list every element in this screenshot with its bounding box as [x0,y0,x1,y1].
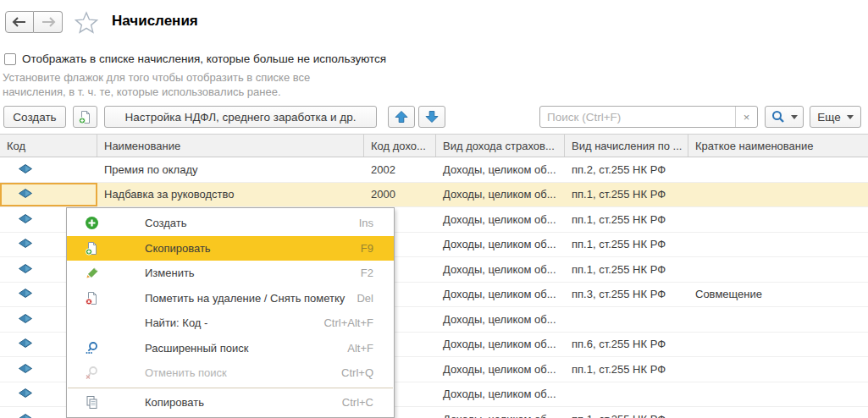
short-name-cell [688,307,868,332]
adv-search-icon [84,340,99,355]
create-button[interactable]: Создать [3,106,66,128]
copy-new-icon [78,110,92,124]
menu-item-shortcut: Alt+F [347,342,373,355]
copy-new-icon [84,240,99,256]
menu-separator [68,388,393,388]
accrual-type-cell: пп.1, ст.255 НК РФ [565,183,688,207]
context-menu-item[interactable]: Создать Ins [67,211,394,236]
item-diamond-icon [19,188,32,201]
accrual-type-cell: пп.3, ст.255 НК РФ [565,283,688,307]
filter-hint-line1: Установите флажок для того чтобы отобраз… [3,71,310,84]
context-menu-item[interactable]: Копировать Ctrl+C [67,390,394,415]
copy-item-button[interactable] [73,106,97,128]
chevron-down-icon [791,115,798,119]
move-down-button[interactable] [418,106,445,128]
no-icon [84,316,99,331]
menu-item-shortcut: Ctrl+Alt+F [323,316,373,329]
menu-item-label: Скопировать [145,242,361,255]
table-row[interactable]: Надбавка за руководство 2000 Доходы, цел… [0,183,868,208]
item-diamond-icon [19,263,32,276]
menu-item-shortcut: F9 [361,242,373,255]
insurance-income-type-cell: Доходы, целиком об... [436,407,565,418]
filter-hint-line2: начисления, в т. ч. те, которые использо… [3,85,281,98]
insurance-income-type-cell: Доходы, целиком об... [436,233,565,257]
short-name-cell [688,207,868,232]
menu-item-shortcut: Ctrl+Q [341,366,373,379]
accrual-type-cell: пп.1, ст.255 НК РФ [565,257,688,282]
column-header-name[interactable]: Наименование [97,135,364,157]
short-name-cell [688,157,868,182]
search-menu-button[interactable] [765,106,804,128]
menu-item-label: Найти: Код - [145,316,323,329]
menu-item-shortcut: Del [357,292,373,305]
insurance-income-type-cell: Доходы, целиком об... [436,357,565,382]
history-nav [5,11,63,33]
clipboard-copy-icon [84,394,99,410]
more-button-label: Еще [817,111,840,124]
item-diamond-icon [19,413,32,418]
item-diamond-icon [19,388,32,400]
accrual-type-cell [565,382,688,407]
accrual-type-cell: пп.1, ст.255 НК РФ [565,233,688,257]
show-unused-checkbox-label[interactable]: Отображать в списке начисления, которые … [22,52,386,65]
short-name-cell [688,233,868,257]
menu-item-shortcut: Ins [359,217,373,229]
column-header-income-code[interactable]: Код дохо... [364,135,436,157]
context-menu-item[interactable]: Найти: Код - Ctrl+Alt+F [67,311,394,336]
arrow-down-icon [425,110,439,124]
insurance-income-type-cell: Доходы, целиком об... [436,333,565,357]
item-diamond-icon [19,238,32,250]
search-clear-button[interactable]: × [735,107,757,127]
name-cell: Премия по окладу [97,157,364,182]
show-unused-checkbox[interactable] [4,53,16,65]
column-header-short-name[interactable]: Краткое наименование [688,135,868,157]
code-cell [0,183,97,207]
short-name-cell [688,183,868,207]
short-name-cell [688,407,868,418]
name-cell: Надбавка за руководство [97,183,364,207]
context-menu-item[interactable]: Изменить F2 [67,261,394,286]
income-code-cell: 2000 [364,183,436,207]
code-cell [0,157,97,182]
item-diamond-icon [19,338,32,350]
column-header-accrual-type[interactable]: Вид начисления по ... [565,135,688,157]
favorite-star-icon[interactable] [75,11,98,37]
move-up-button[interactable] [388,106,415,128]
context-menu-item[interactable]: Пометить на удаление / Снять пометку Del [67,286,394,311]
context-menu-item[interactable]: Скопировать F9 [67,236,394,261]
insurance-income-type-cell: Доходы, целиком об... [436,207,565,232]
add-icon [84,216,99,231]
accrual-type-cell: пп.1, ст.255 НК РФ [565,407,688,418]
cancel-search-icon [84,366,99,381]
column-header-insurance-income-type[interactable]: Вид дохода страхов... [436,135,565,157]
short-name-cell [688,333,868,357]
context-menu: Создать Ins Скопировать F9 Изменить F2 П… [66,207,395,418]
accrual-type-cell: пп.1, ст.255 НК РФ [565,207,688,232]
ndfl-settings-button[interactable]: Настройка НДФЛ, среднего заработка и др. [104,106,377,128]
forward-button[interactable] [34,11,63,33]
more-button[interactable]: Еще [810,106,861,128]
item-diamond-icon [19,313,32,326]
menu-item-label: Изменить [145,267,361,279]
item-diamond-icon [19,213,32,226]
edit-icon [84,266,99,281]
item-diamond-icon [19,163,32,176]
menu-item-label: Копировать [145,396,342,409]
mark-delete-icon [84,290,99,305]
insurance-income-type-cell: Доходы, целиком об... [436,307,565,332]
menu-item-label: Создать [145,217,359,229]
context-menu-item: Отменить поиск Ctrl+Q [67,360,394,386]
table-row[interactable]: Премия по окладу 2002 Доходы, целиком об… [0,157,868,183]
insurance-income-type-cell: Доходы, целиком об... [436,382,565,407]
chevron-down-icon [847,115,854,119]
income-code-cell: 2002 [364,157,436,182]
search-input[interactable] [540,107,735,127]
menu-item-shortcut: Ctrl+C [342,396,373,409]
menu-item-label: Отменить поиск [145,366,341,379]
menu-item-label: Расширенный поиск [145,342,347,355]
menu-item-label: Пометить на удаление / Снять пометку [145,292,357,305]
context-menu-item[interactable]: Расширенный поиск Alt+F [67,336,394,361]
column-header-code[interactable]: Код [0,135,97,157]
search-box: × [539,106,758,128]
back-button[interactable] [5,11,34,33]
